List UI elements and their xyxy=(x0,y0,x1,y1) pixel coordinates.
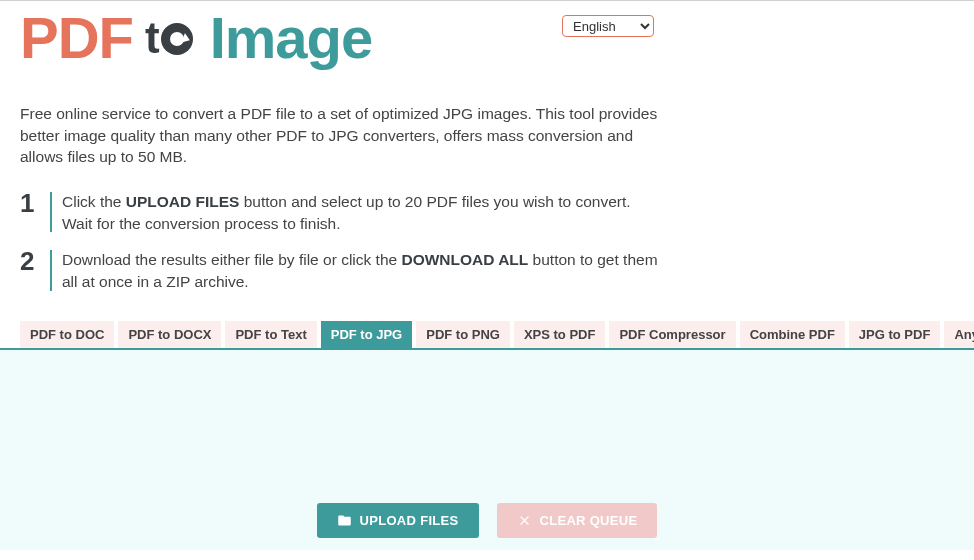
conversion-tabs: PDF to DOC PDF to DOCX PDF to Text PDF t… xyxy=(0,321,974,350)
step-divider xyxy=(50,192,52,232)
step-2: 2 Download the results either file by fi… xyxy=(20,248,660,292)
step-1: 1 Click the UPLOAD FILES button and sele… xyxy=(20,190,660,234)
tab-pdf-to-docx[interactable]: PDF to DOCX xyxy=(118,321,221,348)
tab-pdf-compressor[interactable]: PDF Compressor xyxy=(609,321,735,348)
logo-part-to: t xyxy=(145,16,193,60)
clear-queue-button[interactable]: CLEAR QUEUE xyxy=(497,503,658,538)
tab-pdf-to-doc[interactable]: PDF to DOC xyxy=(20,321,114,348)
clear-button-label: CLEAR QUEUE xyxy=(540,513,638,528)
step-number: 2 xyxy=(20,248,44,274)
tab-xps-to-pdf[interactable]: XPS to PDF xyxy=(514,321,606,348)
language-select[interactable]: English xyxy=(562,15,654,37)
tab-jpg-to-pdf[interactable]: JPG to PDF xyxy=(849,321,941,348)
tab-pdf-to-text[interactable]: PDF to Text xyxy=(225,321,316,348)
tab-any-to-pdf[interactable]: Any to PDF xyxy=(944,321,974,348)
step-number: 1 xyxy=(20,190,44,216)
convert-icon xyxy=(161,23,193,55)
folder-icon xyxy=(337,513,352,528)
logo-part-pdf: PDF xyxy=(20,9,133,67)
page-description: Free online service to convert a PDF fil… xyxy=(20,103,680,168)
tab-pdf-to-png[interactable]: PDF to PNG xyxy=(416,321,510,348)
upload-files-button[interactable]: UPLOAD FILES xyxy=(317,503,479,538)
tab-pdf-to-jpg[interactable]: PDF to JPG xyxy=(321,321,413,348)
step-text: Click the UPLOAD FILES button and select… xyxy=(62,190,660,234)
step-divider xyxy=(50,250,52,290)
upload-dropzone[interactable]: UPLOAD FILES CLEAR QUEUE xyxy=(0,350,974,550)
step-text: Download the results either file by file… xyxy=(62,248,660,292)
logo: PDF t Image xyxy=(20,9,372,67)
close-icon xyxy=(517,513,532,528)
tab-combine-pdf[interactable]: Combine PDF xyxy=(740,321,845,348)
steps-list: 1 Click the UPLOAD FILES button and sele… xyxy=(20,190,660,293)
logo-part-image: Image xyxy=(210,9,373,67)
upload-button-label: UPLOAD FILES xyxy=(360,513,459,528)
